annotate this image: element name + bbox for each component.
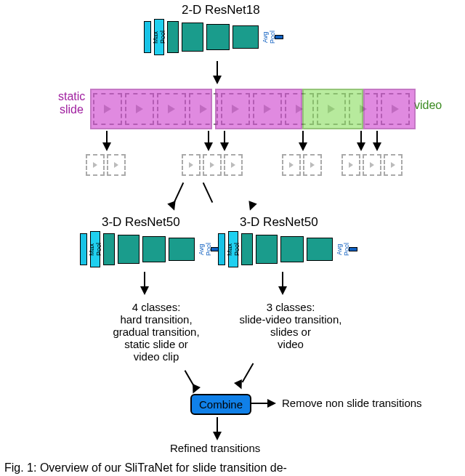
avgpool-block: Avg Pool <box>336 238 346 260</box>
small-frame <box>384 154 403 176</box>
play-icon <box>289 162 294 168</box>
left-3d-title: 3-D ResNet50 <box>102 215 180 230</box>
arrow-line-1 <box>217 61 218 76</box>
arrow-line <box>208 131 209 142</box>
res-block-3 <box>280 236 304 262</box>
res-block-2 <box>118 235 140 264</box>
arrow-diag <box>174 182 184 203</box>
arrow-head <box>278 286 287 295</box>
play-icon <box>210 162 214 168</box>
maxpool-label: Max Pool <box>152 28 166 46</box>
play-icon <box>349 162 353 168</box>
resnet50-right-row: Max Pool Avg Pool <box>218 231 357 267</box>
avgpool-label: Avg Pool <box>198 238 212 260</box>
conv1-block <box>218 233 225 265</box>
left-c1: 4 classes: <box>102 301 211 313</box>
play-icon <box>310 162 315 168</box>
small-frame <box>363 154 381 176</box>
small-frame <box>303 154 322 176</box>
figure-caption: Fig. 1: Overview of our SliTraNet for sl… <box>4 461 455 475</box>
arrow-head <box>213 432 222 440</box>
right-c4: video <box>225 338 356 350</box>
arrow-head <box>267 399 276 408</box>
right-c3: slides or <box>225 326 356 338</box>
arrow-head <box>299 142 307 151</box>
arrow-head <box>102 142 111 151</box>
res-block-1 <box>167 21 179 53</box>
maxpool-block: Max Pool <box>154 19 164 55</box>
overlay-video <box>302 89 363 129</box>
arrow-line <box>376 131 378 142</box>
small-frame <box>107 154 126 176</box>
res-block-2 <box>256 235 278 264</box>
small-frame <box>282 154 301 176</box>
arrow-head <box>373 142 381 151</box>
play-icon <box>391 162 395 168</box>
overlay-static-2 <box>215 89 302 129</box>
arrow-line-h <box>250 403 267 404</box>
res-block-3 <box>206 24 230 50</box>
play-icon <box>189 162 193 168</box>
arrow-head <box>220 142 229 151</box>
res-block-2 <box>182 23 203 52</box>
arrow-diag <box>242 363 254 383</box>
avgpool-block: Avg Pool <box>198 238 208 260</box>
static-label-1: static <box>58 90 85 103</box>
arrow-line <box>360 131 362 142</box>
arrow-diag <box>203 182 213 203</box>
avgpool-block: Avg Pool <box>262 26 272 48</box>
clip-4 <box>341 154 403 176</box>
play-icon <box>231 162 235 168</box>
left-classes: 4 classes: hard transition, gradual tran… <box>102 301 211 363</box>
left-c2: hard transition, <box>102 313 211 326</box>
play-icon <box>370 162 374 168</box>
right-c1: 3 classes: <box>225 301 356 313</box>
small-frame <box>203 154 222 176</box>
conv1-block <box>80 233 87 265</box>
resnet50-left-row: Max Pool Avg Pool <box>80 231 219 267</box>
res-block-1 <box>241 233 253 265</box>
arrow-head <box>167 201 178 211</box>
arrow-line <box>224 131 225 142</box>
avgpool-label: Avg Pool <box>336 238 350 260</box>
resnet18-row: Max Pool Avg Pool <box>144 19 283 55</box>
arrow-head <box>357 142 365 151</box>
static-label-2: slide <box>60 103 84 116</box>
arrow-line <box>282 272 283 286</box>
res-block-4 <box>169 238 195 261</box>
small-frame <box>86 154 105 176</box>
maxpool-label: Max Pool <box>88 241 102 258</box>
arrow-head-1 <box>213 76 222 84</box>
small-frame <box>182 154 201 176</box>
arrow-head <box>140 286 149 295</box>
avgpool-label: Avg Pool <box>262 26 276 48</box>
arrow-head <box>234 379 246 391</box>
video-label: video <box>414 99 442 112</box>
remove-label: Remove non slide transitions <box>282 397 422 409</box>
right-3d-title: 3-D ResNet50 <box>240 215 318 230</box>
small-frame <box>224 154 243 176</box>
clip-2 <box>182 154 243 176</box>
maxpool-label: Max Pool <box>226 241 240 258</box>
overlay-static-3 <box>363 89 416 129</box>
clip-1 <box>86 154 126 176</box>
left-c3: gradual transition, <box>102 326 211 338</box>
play-icon <box>93 162 97 168</box>
combine-box: Combine <box>190 394 251 415</box>
arrow-line <box>217 417 218 432</box>
overlay-static-1 <box>90 89 212 129</box>
arrow-head <box>204 142 213 151</box>
clip-3 <box>282 154 322 176</box>
small-frame <box>341 154 360 176</box>
maxpool-block: Max Pool <box>228 231 238 267</box>
top-title: 2-D ResNet18 <box>182 3 260 17</box>
maxpool-block: Max Pool <box>90 231 100 267</box>
left-c4: static slide or <box>102 338 211 350</box>
arrow-line <box>302 131 304 142</box>
right-c2: slide-video transition, <box>225 313 356 326</box>
conv1-block <box>144 21 151 53</box>
arrow-line <box>144 272 145 286</box>
res-block-3 <box>142 236 166 262</box>
arrow-head <box>246 201 256 211</box>
play-icon <box>114 162 118 168</box>
